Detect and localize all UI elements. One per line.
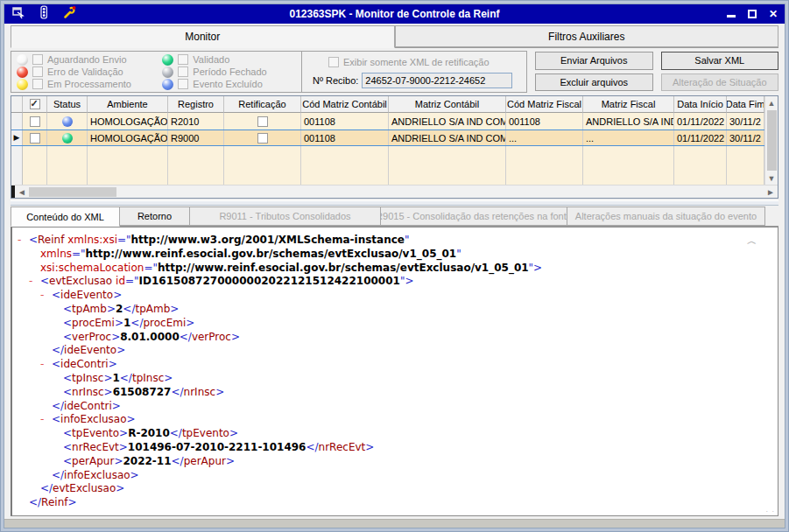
tab-conte-do-do-xml[interactable]: Conteúdo do XML — [11, 206, 120, 227]
scroll-left-icon[interactable]: ◄ — [15, 186, 29, 198]
legend-checkbox-0[interactable] — [32, 54, 43, 65]
col-matriz-contabil[interactable]: Matriz Contábil — [389, 96, 506, 113]
legend-checkbox-4[interactable] — [178, 66, 188, 77]
grid-table: Status Ambiente Registro Retificação Cód… — [11, 96, 764, 185]
tab-retorno[interactable]: Retorno — [120, 206, 190, 226]
legend-checkbox-2[interactable] — [32, 79, 43, 89]
legend-box: Aguardando EnvioErro de ValidaçãoEm Proc… — [11, 51, 527, 93]
grid-vertical-scrollbar[interactable]: ▲ ▼ — [764, 96, 778, 185]
xml-line: <tpEvento>R-2010</tpEvento> — [12, 427, 778, 441]
form-window-icon[interactable] — [11, 5, 25, 23]
col-cod-matriz-fiscal[interactable]: Cód Matriz Fiscal — [506, 96, 583, 113]
hscroll-thumb[interactable] — [29, 187, 116, 197]
grid-header-row: Status Ambiente Registro Retificação Cód… — [11, 96, 764, 113]
vscroll-thumb[interactable] — [767, 110, 777, 171]
status-ball-icon — [62, 133, 73, 144]
col-status[interactable]: Status — [47, 96, 88, 113]
grid-horizontal-scrollbar[interactable]: ◄ ► — [11, 185, 778, 198]
maximize-button[interactable] — [748, 10, 757, 18]
col-ambiente[interactable]: Ambiente — [88, 96, 168, 113]
col-matriz-fiscal[interactable]: Matriz Fiscal — [583, 96, 674, 113]
legend-checkbox-1[interactable] — [32, 66, 43, 77]
col-registro[interactable]: Registro — [168, 96, 224, 113]
status-ball-icon — [162, 54, 173, 66]
xml-line: <tpAmb>2</tpAmb> — [12, 303, 778, 317]
xml-content: -<Reinf xmlns:xsi="http://www.w3.org/200… — [12, 234, 778, 510]
window-bottom-frame — [4, 519, 785, 528]
status-ball-icon — [162, 79, 173, 90]
traffic-light-icon[interactable] — [37, 5, 51, 23]
panel-splitter[interactable] — [11, 200, 778, 206]
xml-line: <nrInsc>61508727</nrInsc> — [12, 386, 778, 400]
tab-r9015-consolida-o-das-reten-es-na-fonte: R9015 - Consolidação das retenções na fo… — [381, 206, 567, 226]
retificacao-checkbox[interactable] — [257, 116, 268, 127]
legend-item: Aguardando Envio — [17, 53, 162, 66]
row-indicator-header — [11, 96, 23, 113]
col-retificacao[interactable]: Retificação — [224, 96, 301, 113]
xml-line: </ideContri> — [12, 400, 778, 414]
scroll-down-icon[interactable]: ▼ — [765, 172, 778, 185]
collapse-toggle-icon[interactable]: - — [40, 413, 52, 427]
window-title: 012363SPK - Monitor de Controle da Reinf — [4, 8, 785, 20]
xml-viewer[interactable]: -<Reinf xmlns:xsi="http://www.w3.org/200… — [11, 227, 778, 516]
excluir-arquivos-button[interactable]: Excluir arquivos — [535, 74, 653, 92]
legend-label: Aguardando Envio — [47, 54, 127, 65]
col-data-inicio[interactable]: Data Início — [674, 96, 727, 113]
xml-line: xsi:schemaLocation="http://www.reinf.eso… — [12, 262, 778, 276]
recibo-area: Exibir somente XML de retificação Nº Rec… — [302, 52, 526, 92]
recibo-label: Nº Recibo: — [313, 75, 358, 86]
status-ball-icon — [17, 79, 28, 90]
legend-checkbox-5[interactable] — [178, 79, 188, 89]
table-row[interactable]: ▶HOMOLOGAÇÃOR9000001108ANDRIELLO S/A IND… — [11, 130, 764, 146]
status-ball-icon — [62, 116, 73, 127]
wrench-icon[interactable] — [62, 5, 77, 23]
exibir-retificacao-checkbox[interactable] — [328, 57, 339, 67]
legend-label: Validado — [193, 54, 229, 65]
col-data-fim[interactable]: Data Fim — [727, 96, 764, 113]
legend-checkbox-3[interactable] — [178, 54, 188, 65]
legend-item: Erro de Validação — [17, 66, 162, 78]
select-all-header[interactable] — [23, 96, 47, 113]
collapse-toggle-icon[interactable]: - — [18, 234, 29, 248]
close-button[interactable]: ✕ — [769, 9, 778, 19]
collapse-toggle-icon[interactable]: - — [29, 275, 40, 289]
legend-items: Aguardando EnvioErro de ValidaçãoEm Proc… — [11, 52, 302, 92]
xml-line: <nrRecEvt>101496-07-2010-2211-101496</nr… — [12, 441, 778, 455]
status-ball-icon — [17, 66, 28, 78]
resize-grip-icon[interactable]: . . — [765, 505, 775, 514]
xml-scroll-up-icon[interactable]: ︿ — [747, 234, 757, 248]
window-frame: 012363SPK - Monitor de Controle da Reinf… — [0, 0, 789, 532]
collapse-toggle-icon[interactable]: - — [40, 358, 52, 372]
table-row[interactable]: HOMOLOGAÇÃOR2010001108ANDRIELLO S/A IND … — [11, 113, 764, 130]
xml-line: -<evtExclusao id="ID16150872700000020221… — [12, 275, 778, 289]
titlebar[interactable]: 012363SPK - Monitor de Controle da Reinf… — [4, 4, 785, 24]
xml-line: </evtExclusao> — [12, 482, 778, 496]
bottom-tabbar: Conteúdo do XMLRetornoR9011 - Tributos C… — [11, 206, 778, 227]
scroll-up-icon[interactable]: ▲ — [765, 96, 778, 109]
filter-row: Aguardando EnvioErro de ValidaçãoEm Proc… — [11, 51, 778, 93]
legend-item: Validado — [162, 53, 298, 66]
retificacao-checkbox[interactable] — [257, 133, 268, 144]
recibo-input[interactable] — [362, 73, 512, 88]
tab-filtros-auxiliares[interactable]: Filtros Auxiliares — [395, 25, 779, 47]
tab-altera-es-manuais-da-situa-o-do-evento: Alterações manuais da situação do evento — [567, 206, 765, 226]
exibir-retificacao-label: Exibir somente XML de retificação — [343, 57, 490, 67]
legend-label: Em Processamento — [47, 79, 131, 89]
legend-item: Em Processamento — [17, 78, 162, 90]
app-window: 012363SPK - Monitor de Controle da Reinf… — [4, 4, 785, 528]
enviar-arquivos-button[interactable]: Enviar Arquivos — [535, 52, 653, 70]
alteracao-situacao-button: Alteração de Situação — [661, 74, 779, 92]
salvar-xml-button[interactable]: Salvar XML — [661, 52, 779, 70]
col-cod-matriz-contabil[interactable]: Cód Matriz Contábil — [301, 96, 389, 113]
events-grid: Status Ambiente Registro Retificação Cód… — [11, 95, 778, 199]
row-checkbox[interactable] — [30, 133, 40, 144]
row-checkbox[interactable] — [30, 116, 40, 127]
scroll-right-icon[interactable]: ► — [764, 186, 778, 198]
minimize-button[interactable] — [727, 10, 736, 18]
status-ball-icon — [162, 66, 173, 78]
main-area: Monitor Filtros Auxiliares Aguardando En… — [4, 24, 785, 519]
legend-label: Erro de Validação — [47, 66, 123, 77]
xml-line: </ideEvento> — [12, 344, 778, 358]
tab-monitor[interactable]: Monitor — [11, 25, 395, 48]
collapse-toggle-icon[interactable]: - — [40, 289, 52, 303]
